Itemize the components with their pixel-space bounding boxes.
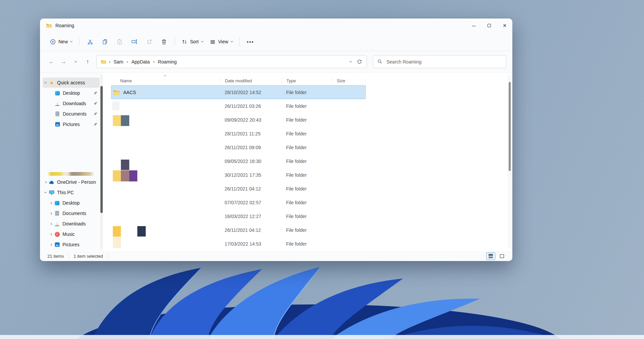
file-date: 28/10/2022 14:52 (220, 85, 282, 99)
file-date: 26/11/2021 04:12 (220, 182, 282, 196)
sidebar-item-pc-pictures[interactable]: Pictures (43, 240, 100, 250)
thumbnail-fragment (113, 115, 121, 126)
breadcrumb-item[interactable]: Sam (112, 58, 124, 65)
sidebar-item-pictures[interactable]: Pictures (43, 119, 100, 129)
sidebar-item-pc-documents[interactable]: Documents (43, 208, 100, 218)
desktop: Roaming ─ × New (0, 0, 644, 339)
file-row[interactable]: 09/05/2022 16:30 File folder (111, 154, 366, 168)
new-button[interactable]: New (47, 37, 76, 47)
minimize-button[interactable]: ─ (466, 18, 481, 33)
main-area: ★ Quick access Desktop ↓ Downloads Docum… (40, 73, 512, 251)
file-type: File folder (282, 168, 332, 182)
file-row[interactable]: 07/07/2022 02:57 File folder (111, 196, 366, 209)
file-row[interactable]: 26/11/2021 09:09 File folder (111, 140, 366, 154)
back-button[interactable]: ← (46, 56, 57, 68)
up-button[interactable]: ↑ (82, 56, 93, 68)
file-row[interactable]: 09/09/2022 20:43 File folder (111, 113, 366, 127)
chevron-right-icon[interactable] (50, 233, 52, 235)
crumb-separator: › (109, 59, 110, 64)
sidebar-item-pc-downloads[interactable]: ↓ Downloads (43, 219, 100, 229)
sort-icon (182, 39, 187, 45)
desktop-icon (55, 91, 60, 95)
maximize-button[interactable] (481, 18, 497, 33)
details-view-button[interactable] (486, 252, 495, 260)
search-box[interactable] (373, 55, 506, 68)
sort-button[interactable]: Sort (178, 37, 206, 47)
window-title: Roaming (55, 23, 74, 28)
sidebar-item-pc-desktop[interactable]: Desktop (43, 198, 100, 208)
pictures-icon (54, 242, 60, 247)
file-date: 26/11/2021 03:26 (220, 99, 282, 113)
column-header-date-modified[interactable]: Date modified (220, 78, 282, 84)
document-icon (55, 211, 59, 216)
file-type: File folder (282, 127, 332, 140)
column-header-name[interactable]: Name (111, 78, 220, 84)
thumbnail-fragment (129, 170, 137, 181)
copy-button[interactable] (97, 35, 112, 48)
sidebar-item-downloads[interactable]: ↓ Downloads (43, 98, 100, 109)
file-list-pane: Name Date modified Type Size AACS 28/10/… (103, 73, 512, 251)
thumbnail-fragment (137, 226, 146, 237)
file-date: 26/11/2021 04:12 (220, 223, 282, 237)
rename-button[interactable] (127, 35, 142, 48)
forward-button[interactable]: → (58, 56, 69, 68)
share-button[interactable] (142, 35, 156, 48)
sidebar-item-documents[interactable]: Documents (43, 109, 100, 119)
sidebar-item-this-pc[interactable]: This PC (43, 187, 100, 198)
large-icons-view-icon (500, 254, 504, 258)
star-icon: ★ (49, 80, 54, 85)
file-row[interactable]: 16/03/2022 12:27 File folder (111, 209, 366, 223)
search-input[interactable] (386, 59, 502, 65)
column-header-size[interactable]: Size (332, 78, 366, 84)
file-row[interactable]: 30/12/2021 17:35 File folder (111, 168, 366, 182)
sidebar-item-onedrive[interactable]: OneDrive - Person (43, 177, 100, 187)
file-row[interactable]: 17/03/2022 14:53 File folder (111, 237, 366, 251)
chevron-down-icon[interactable] (44, 81, 47, 83)
file-row[interactable]: 26/11/2021 03:26 File folder (111, 99, 366, 113)
wallpaper-bloom (0, 258, 644, 339)
refresh-button[interactable] (357, 59, 362, 64)
file-scrollbar-thumb[interactable] (509, 82, 511, 171)
delete-button[interactable] (156, 35, 171, 48)
chevron-right-icon[interactable] (50, 212, 52, 214)
file-date: 09/05/2022 16:30 (220, 154, 282, 168)
column-header-type[interactable]: Type (282, 78, 332, 84)
large-icons-view-button[interactable] (497, 252, 506, 260)
pin-icon (94, 91, 98, 95)
divider (79, 37, 79, 46)
sidebar-item-pc-music[interactable]: ♪ Music (43, 229, 100, 239)
breadcrumb-item[interactable]: AppData (130, 58, 150, 65)
breadcrumb-item[interactable]: Roaming (157, 58, 178, 65)
file-row[interactable]: 26/11/2021 04:12 File folder (111, 182, 366, 196)
breadcrumb[interactable]: › Sam › AppData › Roaming (96, 55, 367, 68)
file-date: 16/03/2022 12:27 (220, 209, 282, 223)
paste-button[interactable] (112, 35, 127, 48)
music-icon: ♪ (55, 232, 60, 237)
thumbnail-fragment (121, 170, 129, 181)
pictures-icon (55, 122, 60, 127)
file-explorer-window: Roaming ─ × New (40, 18, 512, 261)
chevron-right-icon[interactable] (50, 202, 52, 204)
sidebar-item-desktop[interactable]: Desktop (43, 88, 100, 98)
cut-button[interactable] (83, 35, 97, 48)
sidebar-item-quick-access[interactable]: ★ Quick access (43, 78, 100, 88)
chevron-right-icon[interactable] (50, 243, 52, 246)
view-button[interactable]: View (206, 37, 236, 47)
thumbnail-fragment (121, 115, 129, 126)
sidebar-scrollbar-thumb[interactable] (100, 86, 103, 213)
file-row-selected[interactable]: AACS 28/10/2022 14:52 File folder (111, 85, 366, 99)
chevron-right-icon[interactable] (50, 222, 52, 225)
file-row[interactable]: 26/11/2021 04:12 File folder (111, 223, 366, 237)
close-button[interactable]: × (497, 18, 512, 33)
address-dropdown-icon[interactable] (350, 60, 352, 62)
document-icon (55, 112, 59, 116)
file-row[interactable]: 28/11/2021 11:25 File folder (111, 127, 366, 140)
see-more-button[interactable]: ••• (243, 35, 258, 48)
recent-locations-button[interactable] (70, 56, 81, 68)
titlebar[interactable]: Roaming ─ × (40, 18, 512, 33)
chevron-down-icon (201, 40, 203, 42)
file-type: File folder (282, 209, 332, 223)
chevron-right-icon[interactable] (44, 181, 47, 183)
file-date: 30/12/2021 17:35 (220, 168, 282, 182)
chevron-down-icon[interactable] (44, 191, 47, 193)
